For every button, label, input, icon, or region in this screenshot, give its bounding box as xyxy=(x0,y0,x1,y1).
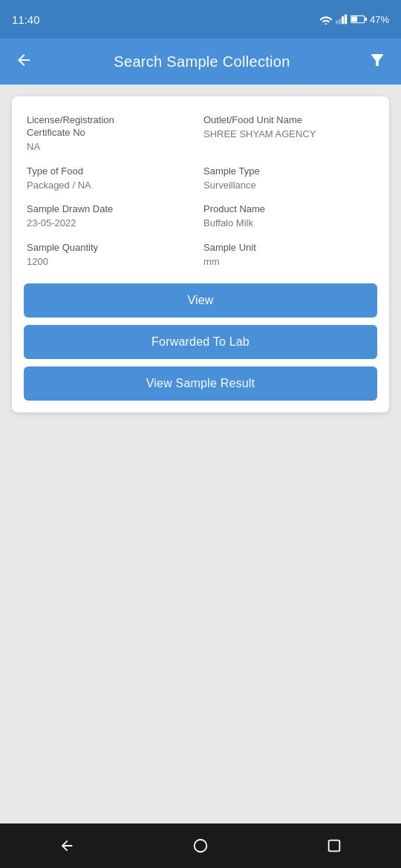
signal-icon xyxy=(336,14,348,24)
drawn-date-label: Sample Drawn Date xyxy=(27,203,198,216)
product-name-cell: Product Name Buffalo Milk xyxy=(200,197,377,236)
sample-type-value: Surveillance xyxy=(203,180,374,192)
toolbar-title: Search Sample Collection xyxy=(42,53,362,70)
sample-type-cell: Sample Type Surveillance xyxy=(200,160,377,198)
battery-percent: 47% xyxy=(370,14,389,25)
type-of-food-value: Packaged / NA xyxy=(27,180,198,192)
license-value: NA xyxy=(27,141,198,154)
outlet-value: SHREE SHYAM AGENCY xyxy=(203,128,374,141)
info-grid: License/RegistrationCertificate No NA Ou… xyxy=(24,108,377,274)
wifi-icon xyxy=(319,14,333,24)
nav-back-button[interactable] xyxy=(45,823,89,868)
sample-unit-label: Sample Unit xyxy=(203,242,374,254)
svg-rect-3 xyxy=(345,15,347,24)
sample-quantity-label: Sample Quantity xyxy=(27,242,198,254)
main-content: License/RegistrationCertificate No NA Ou… xyxy=(0,85,401,823)
svg-rect-2 xyxy=(342,16,344,24)
license-cell: License/RegistrationCertificate No NA xyxy=(24,108,200,160)
outlet-label: Outlet/Food Unit Name xyxy=(203,114,374,127)
svg-rect-0 xyxy=(336,21,338,24)
drawn-date-value: 23-05-2022 xyxy=(27,217,198,230)
svg-rect-1 xyxy=(339,19,341,24)
svg-rect-5 xyxy=(365,18,367,22)
license-label: License/RegistrationCertificate No xyxy=(27,114,198,139)
svg-point-7 xyxy=(195,840,207,852)
svg-rect-6 xyxy=(351,16,357,22)
battery-icon xyxy=(351,14,367,24)
sample-unit-cell: Sample Unit mm xyxy=(200,236,377,274)
status-icons: 47% xyxy=(319,14,389,25)
status-time: 11:40 xyxy=(12,13,40,26)
view-button[interactable]: View xyxy=(24,283,377,318)
filter-button[interactable] xyxy=(362,45,392,78)
product-name-value: Buffalo Milk xyxy=(203,217,374,230)
drawn-date-cell: Sample Drawn Date 23-05-2022 xyxy=(24,197,200,236)
view-sample-result-button[interactable]: View Sample Result xyxy=(24,366,377,401)
nav-recents-button[interactable] xyxy=(312,823,356,868)
type-of-food-label: Type of Food xyxy=(27,165,198,178)
product-name-label: Product Name xyxy=(203,203,374,216)
nav-home-button[interactable] xyxy=(178,823,223,868)
back-button[interactable] xyxy=(9,45,39,78)
sample-quantity-value: 1200 xyxy=(27,256,198,269)
status-bar: 11:40 47% xyxy=(0,0,401,39)
type-of-food-cell: Type of Food Packaged / NA xyxy=(24,160,200,198)
sample-type-label: Sample Type xyxy=(203,165,374,178)
sample-quantity-cell: Sample Quantity 1200 xyxy=(24,236,200,274)
forwarded-to-lab-button[interactable]: Forwarded To Lab xyxy=(24,325,377,359)
svg-rect-8 xyxy=(329,841,340,852)
sample-unit-value: mm xyxy=(203,256,374,269)
toolbar: Search Sample Collection xyxy=(0,39,401,85)
sample-card: License/RegistrationCertificate No NA Ou… xyxy=(12,96,389,412)
bottom-nav xyxy=(0,823,401,868)
outlet-cell: Outlet/Food Unit Name SHREE SHYAM AGENCY xyxy=(200,108,377,160)
